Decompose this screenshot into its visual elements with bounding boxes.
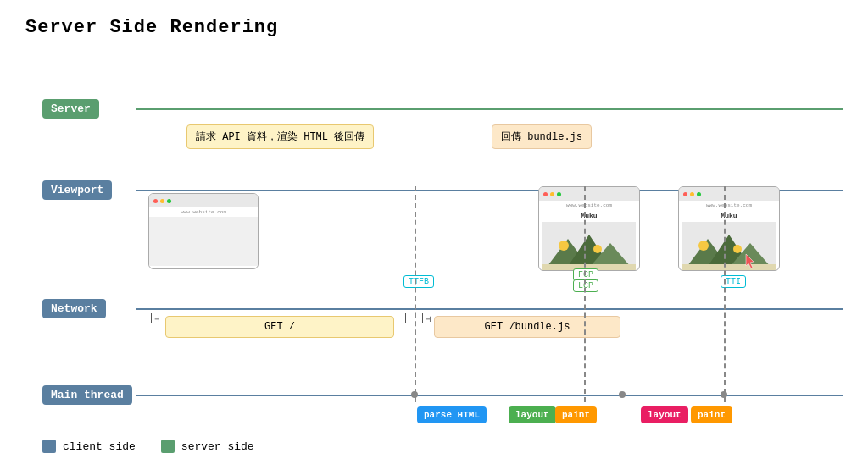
- legend: client side server side: [42, 440, 254, 453]
- network-box-2: GET /bundle.js: [434, 316, 620, 338]
- dot-red-1: [153, 199, 158, 203]
- browser-window-2: www.website.com Muku: [538, 186, 640, 271]
- server-box-2: 回傳 bundle.js: [492, 124, 592, 149]
- server-label: Server: [42, 99, 99, 119]
- lcp-label: LCP: [578, 281, 593, 290]
- svg-point-11: [698, 241, 709, 251]
- task-layout-1: layout: [509, 406, 556, 423]
- mountain-svg-2: [542, 222, 636, 271]
- server-line: [136, 108, 843, 110]
- browser-title-3: Muku: [682, 212, 776, 219]
- browser-bar-1: [149, 194, 258, 207]
- dot-green-1: [167, 199, 171, 203]
- legend-server: server side: [161, 440, 254, 453]
- dot-red-3: [683, 192, 687, 196]
- dot-yellow-3: [690, 192, 694, 196]
- task-layout-2: layout: [641, 406, 688, 423]
- browser-url-3: www.website.com: [679, 201, 779, 210]
- network-label: Network: [42, 299, 106, 318]
- server-box-1: 請求 API 資料，渲染 HTML 後回傳: [186, 124, 374, 149]
- legend-client-label: client side: [63, 440, 136, 453]
- browser-url-1: www.website.com: [149, 207, 258, 217]
- browser-window-1: www.website.com: [148, 193, 259, 269]
- main-thread-label: Main thread: [42, 385, 132, 405]
- browser-bar-2: [539, 187, 639, 201]
- v-dashed-fcp: [584, 186, 586, 402]
- ttfb-box: TTFB: [403, 275, 434, 288]
- legend-server-box: [161, 440, 175, 453]
- network-box-1: GET /: [165, 316, 394, 338]
- svg-rect-13: [682, 264, 776, 271]
- v-dashed-ttfb: [415, 186, 416, 402]
- network-line: [136, 308, 843, 310]
- task-paint-2: paint: [691, 406, 732, 423]
- mountain-svg-3: [682, 222, 776, 271]
- legend-client-box: [42, 440, 56, 453]
- browser-title-2: Muku: [542, 212, 636, 219]
- v-dashed-tti: [724, 186, 726, 402]
- tti-label: TTI: [726, 277, 741, 286]
- main-thread-line: [136, 395, 843, 396]
- dot-yellow-2: [550, 192, 554, 196]
- dot-green-2: [557, 192, 561, 196]
- legend-client: client side: [42, 440, 136, 453]
- page-title: Server Side Rendering: [25, 17, 843, 38]
- viewport-label: Viewport: [42, 180, 112, 200]
- svg-point-4: [559, 241, 569, 251]
- browser-content-3: Muku: [679, 210, 779, 271]
- task-parse-html: parse HTML: [417, 406, 487, 423]
- task-paint-1: paint: [555, 406, 597, 423]
- lcp-box: LCP: [573, 279, 598, 292]
- legend-server-label: server side: [181, 440, 254, 453]
- dot-marker-2: [619, 391, 626, 398]
- ttfb-label: TTFB: [409, 277, 429, 286]
- fcp-label: FCP: [578, 270, 593, 279]
- dot-green-3: [697, 192, 701, 196]
- browser-bar-3: [679, 187, 779, 201]
- dot-red-2: [543, 192, 548, 196]
- browser-content-2: Muku: [539, 210, 639, 271]
- svg-point-5: [593, 245, 602, 253]
- browser-url-2: www.website.com: [539, 201, 639, 210]
- browser-window-3: www.website.com Muku: [678, 186, 780, 271]
- browser-content-empty: [149, 217, 258, 266]
- dot-yellow-1: [160, 199, 164, 203]
- svg-point-12: [733, 245, 742, 253]
